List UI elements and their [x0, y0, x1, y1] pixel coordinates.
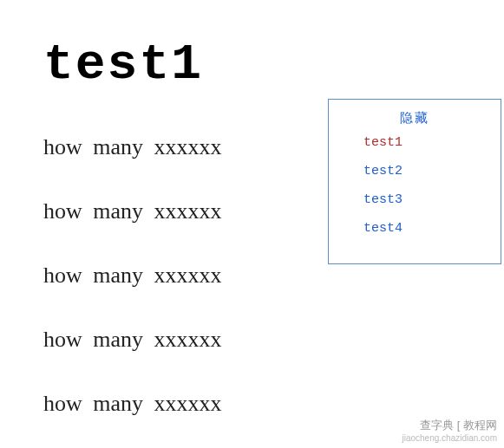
toc-item-test4[interactable]: test4 — [363, 221, 501, 236]
watermark-text: 查字典 [ 教程网 — [402, 418, 497, 433]
watermark: 查字典 [ 教程网 jiaocheng.chazidian.com — [402, 418, 497, 443]
toc-item-test3[interactable]: test3 — [363, 192, 501, 207]
toc-item-test1[interactable]: test1 — [363, 135, 501, 150]
page-title: test1 — [43, 36, 504, 93]
content-line: how many xxxxxx — [43, 263, 504, 289]
toc-list: test1 test2 test3 test4 — [329, 133, 501, 263]
watermark-url: jiaocheng.chazidian.com — [402, 433, 497, 443]
toc-panel: 隐藏 test1 test2 test3 test4 — [328, 99, 501, 264]
toc-item-test2[interactable]: test2 — [363, 164, 501, 179]
content-line: how many xxxxxx — [43, 391, 504, 417]
content-line: how many xxxxxx — [43, 327, 504, 353]
toc-toggle-link[interactable]: 隐藏 — [329, 100, 501, 133]
